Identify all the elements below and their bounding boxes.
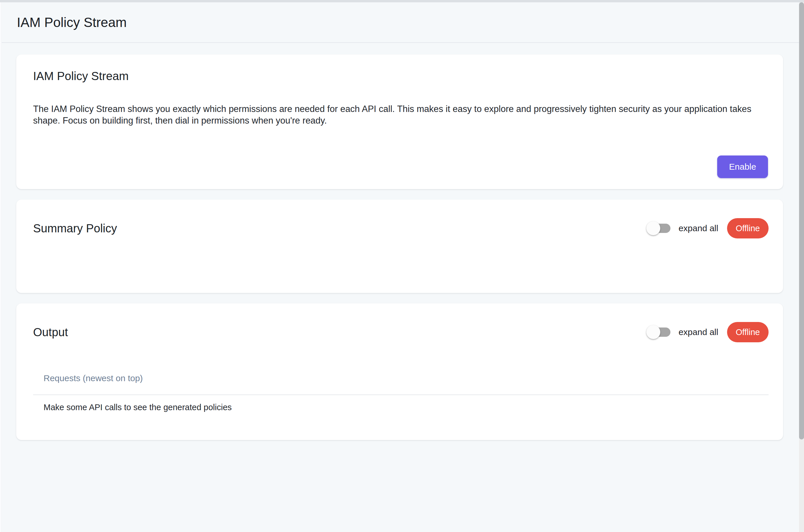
window-top-strip [0, 0, 804, 2]
page-title: IAM Policy Stream [17, 15, 127, 30]
toggle-thumb [646, 221, 660, 235]
intro-card-title: IAM Policy Stream [33, 69, 768, 83]
toggle-thumb [646, 325, 660, 339]
output-expand-all-label: expand all [679, 327, 718, 337]
enable-button[interactable]: Enable [717, 155, 768, 178]
summary-card-title: Summary Policy [33, 221, 117, 235]
requests-header: Requests (newest on top) [33, 373, 769, 384]
summary-head-row: Summary Policy expand all Offline [33, 218, 769, 239]
intro-card-description: The IAM Policy Stream shows you exactly … [33, 103, 768, 127]
main-content: IAM Policy Stream The IAM Policy Stream … [0, 55, 804, 440]
scrollbar-track[interactable] [799, 2, 804, 532]
requests-empty-message: Make some API calls to see the generated… [33, 401, 769, 413]
summary-expand-all-toggle[interactable] [646, 221, 671, 235]
requests-section: Requests (newest on top) Make some API c… [33, 373, 769, 413]
iam-policy-stream-card: IAM Policy Stream The IAM Policy Stream … [16, 55, 783, 189]
requests-divider [33, 395, 769, 395]
output-status-badge: Offline [727, 322, 769, 342]
output-head-row: Output expand all Offline [33, 322, 769, 342]
summary-status-badge: Offline [727, 218, 769, 239]
page-header: IAM Policy Stream [0, 2, 804, 43]
summary-policy-card: Summary Policy expand all Offline [16, 200, 783, 293]
scrollbar-thumb[interactable] [799, 2, 804, 439]
output-controls: expand all Offline [646, 322, 769, 342]
output-card-title: Output [33, 325, 68, 339]
window-left-edge [0, 2, 2, 532]
output-card: Output expand all Offline Requests (newe… [16, 303, 783, 440]
summary-controls: expand all Offline [646, 218, 769, 239]
summary-expand-all-label: expand all [679, 223, 718, 233]
output-expand-all-toggle[interactable] [646, 325, 671, 339]
